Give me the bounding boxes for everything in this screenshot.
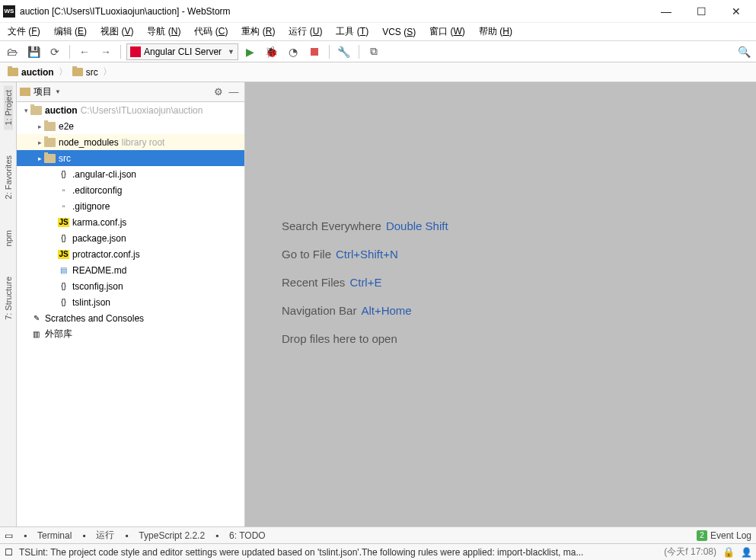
tree-row[interactable]: ▤README.md	[17, 262, 244, 278]
menu-窗口[interactable]: 窗口 (W)	[426, 24, 468, 40]
tree-row[interactable]: ▫.editorconfig	[17, 182, 244, 198]
window-title: auction [C:\Users\ITLuoxiaojun\auction] …	[20, 6, 656, 17]
bottom-tool-tab[interactable]: ▪运行	[82, 529, 114, 542]
menu-视图[interactable]: 视图 (V)	[97, 24, 136, 40]
tree-row[interactable]: ✎Scratches and Consoles	[17, 310, 244, 326]
welcome-line: Search EverywhereDouble Shift	[282, 219, 448, 232]
menu-帮助[interactable]: 帮助 (H)	[476, 24, 515, 40]
tree-row[interactable]: ▾auctionC:\Users\ITLuoxiaojun\auction	[17, 102, 244, 118]
welcome-line: Drop files here to open	[282, 332, 397, 345]
chevron-down-icon[interactable]: ▼	[55, 88, 61, 95]
settings-icon[interactable]: 🔧	[335, 43, 353, 60]
tool-window-tab[interactable]: 1: Project	[4, 85, 13, 130]
menu-导航[interactable]: 导航 (N)	[144, 24, 183, 40]
chevron-right-icon: 〉	[103, 66, 112, 78]
chevron-right-icon: 〉	[59, 66, 68, 78]
maximize-button[interactable]: ☐	[691, 5, 712, 18]
hector-icon[interactable]: 👤	[741, 547, 751, 558]
menu-编辑[interactable]: 编辑 (E)	[51, 24, 90, 40]
welcome-line: Navigation BarAlt+Home	[282, 304, 412, 317]
bottom-tool-window-bar: ▭▪Terminal▪运行▪TypeScript 2.2.2▪6: TODO2E…	[0, 526, 756, 543]
angular-icon	[130, 46, 141, 57]
bottom-tool-tab[interactable]: ▪Terminal	[24, 530, 72, 541]
status-bar: ☐ TSLint: The project code style and edi…	[0, 543, 756, 560]
tool-window-tab[interactable]: 2: Favorites	[4, 151, 13, 203]
project-panel-header: 项目 ▼ ⚙ —	[17, 82, 244, 102]
breadcrumb-item[interactable]: src	[69, 66, 101, 79]
open-icon[interactable]: 🗁	[3, 43, 21, 60]
refresh-icon[interactable]: ⟳	[46, 43, 64, 60]
debug-icon[interactable]: 🐞	[263, 43, 281, 60]
breadcrumb-item[interactable]: auction	[5, 66, 57, 79]
run-config-combo[interactable]: Angular CLI Server ▼	[126, 43, 238, 60]
bottom-tool-tab[interactable]: ▪6: TODO	[215, 530, 266, 541]
menu-文件[interactable]: 文件 (F)	[5, 24, 43, 40]
close-button[interactable]: ✕	[726, 5, 747, 18]
left-tool-window-bar: 1: Project2: Favoritesnpm7: Structure	[0, 82, 17, 526]
panel-title[interactable]: 项目	[33, 85, 52, 98]
collapse-icon[interactable]: —	[226, 86, 241, 98]
tree-row[interactable]: JSprotractor.conf.js	[17, 246, 244, 262]
tool-window-tab[interactable]: npm	[4, 226, 13, 251]
status-time: (今天f 17:08)	[664, 546, 716, 558]
lock-icon[interactable]: 🔒	[723, 546, 735, 558]
run-icon[interactable]: ▶	[241, 43, 260, 60]
tree-row[interactable]: ▫.gitignore	[17, 198, 244, 214]
welcome-line: Recent FilesCtrl+E	[282, 276, 381, 289]
app-icon: WS	[3, 5, 15, 18]
title-bar: WS auction [C:\Users\ITLuoxiaojun\auctio…	[0, 0, 756, 23]
status-icon: ☐	[5, 547, 13, 558]
tree-row[interactable]: {}tslint.json	[17, 294, 244, 310]
run-config-label: Angular CLI Server	[144, 46, 222, 57]
back-icon[interactable]: ←	[75, 43, 94, 60]
project-panel: 项目 ▼ ⚙ — ▾auctionC:\Users\ITLuoxiaojun\a…	[17, 82, 245, 526]
tree-row[interactable]: ▸node_moduleslibrary root	[17, 134, 244, 150]
editor-area[interactable]: Search EverywhereDouble ShiftGo to FileC…	[245, 82, 756, 526]
event-log-tab[interactable]: 2Event Log	[697, 530, 751, 541]
chevron-down-icon: ▼	[228, 48, 234, 56]
menu-工具[interactable]: 工具 (T)	[333, 24, 372, 40]
menu-VCS[interactable]: VCS (S)	[379, 25, 419, 39]
forward-icon[interactable]: →	[97, 43, 115, 60]
stop-icon[interactable]	[305, 43, 324, 60]
bottom-tool-tab[interactable]: ▪TypeScript 2.2.2	[125, 530, 205, 541]
tree-row[interactable]: {}package.json	[17, 230, 244, 246]
search-icon[interactable]: 🔍	[735, 43, 753, 60]
tree-row[interactable]: ▸e2e	[17, 118, 244, 134]
breadcrumb: auction〉src〉	[0, 62, 756, 82]
tree-row[interactable]: JSkarma.conf.js	[17, 214, 244, 230]
menu-重构[interactable]: 重构 (R)	[238, 24, 278, 40]
tool-windows-icon[interactable]: ▭	[5, 530, 13, 541]
coverage-icon[interactable]: ◔	[284, 43, 302, 60]
status-message: TSLint: The project code style and edito…	[19, 547, 658, 558]
tree-row[interactable]: {}tsconfig.json	[17, 278, 244, 294]
tree-row[interactable]: ▸src	[17, 150, 244, 166]
save-icon[interactable]: 💾	[24, 43, 43, 60]
welcome-line: Go to FileCtrl+Shift+N	[282, 248, 398, 261]
tool-window-tab[interactable]: 7: Structure	[4, 272, 13, 325]
project-tree[interactable]: ▾auctionC:\Users\ITLuoxiaojun\auction▸e2…	[17, 102, 244, 526]
toolbar: 🗁 💾 ⟳ ← → Angular CLI Server ▼ ▶ 🐞 ◔ 🔧 ⧉…	[0, 41, 756, 62]
menu-运行[interactable]: 运行 (U)	[285, 24, 325, 40]
gear-icon[interactable]: ⚙	[211, 86, 226, 98]
tree-row[interactable]: ▥外部库	[17, 326, 244, 342]
folder-icon	[20, 88, 30, 96]
menu-代码[interactable]: 代码 (C)	[191, 24, 231, 40]
minimize-button[interactable]: —	[656, 5, 677, 18]
menu-bar: 文件 (F)编辑 (E)视图 (V)导航 (N)代码 (C)重构 (R)运行 (…	[0, 23, 756, 41]
tree-row[interactable]: {}.angular-cli.json	[17, 166, 244, 182]
structure-icon[interactable]: ⧉	[365, 43, 383, 60]
